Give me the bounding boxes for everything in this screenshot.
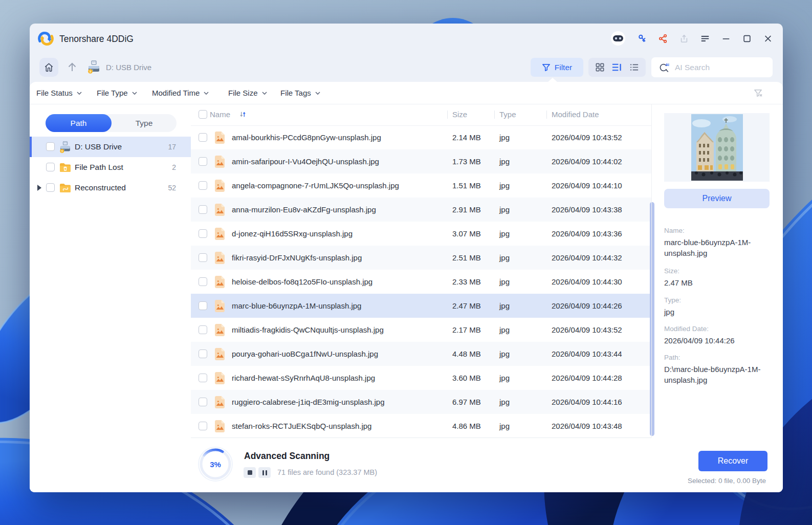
maximize-icon[interactable] [742, 34, 752, 43]
row-checkbox[interactable] [199, 157, 207, 166]
filter-label: File Type [97, 89, 128, 97]
row-checkbox[interactable] [199, 253, 207, 262]
tab-type[interactable]: Type [112, 114, 177, 132]
image-file-icon [213, 179, 226, 192]
svg-text:?: ? [61, 150, 63, 153]
files-found-text: 71 files are found (323.37 MB) [277, 468, 377, 476]
stop-scan-button[interactable] [244, 467, 256, 478]
list-detail-view-icon[interactable] [611, 62, 622, 72]
folder-reconstructed-icon [59, 182, 72, 194]
file-row[interactable]: d-jonez-qiH16d5SRxg-unsplash.jpg3.07 MBj… [191, 222, 651, 246]
tab-path[interactable]: Path [46, 114, 112, 132]
file-row[interactable]: stefan-roks-RCTJuEKSqbQ-unsplash.jpg4.86… [191, 414, 651, 438]
file-type: jpg [499, 149, 510, 173]
thumbnail-image [691, 114, 743, 181]
up-arrow-icon[interactable] [67, 61, 78, 73]
row-checkbox[interactable] [199, 422, 207, 430]
filter-file-status[interactable]: File Status [36, 82, 82, 104]
row-checkbox[interactable] [199, 301, 207, 310]
detail-value: 2.47 MB [664, 277, 766, 288]
row-checkbox[interactable] [199, 349, 207, 358]
file-type: jpg [499, 366, 510, 390]
file-row[interactable]: heloise-delbos-fo8q12o5FIo-unsplash.jpg2… [191, 270, 651, 294]
file-row[interactable]: amal-bourkhis-PCcdG8pnGyw-unsplash.jpg2.… [191, 125, 651, 149]
file-row[interactable]: miltiadis-fragkidis-QwCNquultjs-unsplash… [191, 318, 651, 342]
file-date: 2026/04/09 10:43:52 [552, 125, 622, 149]
minimize-icon[interactable] [721, 34, 731, 43]
select-all-checkbox[interactable] [199, 110, 207, 119]
file-row[interactable]: ruggiero-calabrese-j1iq-dE3mig-unsplash.… [191, 390, 651, 414]
file-row[interactable]: anna-murzilon-Eu8v-aKZdFg-unsplash.jpg2.… [191, 198, 651, 222]
image-file-icon [213, 323, 226, 337]
preview-button[interactable]: Preview [664, 189, 770, 208]
image-file-icon [213, 420, 226, 433]
sort-icon[interactable] [239, 111, 246, 118]
ai-search-input[interactable]: AI AI Search [651, 57, 773, 77]
file-row[interactable]: richard-hewat-sSyRnrhAqU8-unsplash.jpg3.… [191, 366, 651, 390]
row-checkbox[interactable] [199, 398, 207, 406]
column-size[interactable]: Size [452, 104, 467, 125]
tree-item-checkbox[interactable] [46, 142, 55, 151]
filter-button[interactable]: Filter [531, 58, 583, 77]
bot-toggle-icon[interactable] [610, 31, 626, 46]
file-name: fikri-rasyid-DrFJxNUgKfs-unsplash.jpg [232, 246, 362, 270]
file-name: marc-blue-b6uynzpA-1M-unsplash.jpg [232, 294, 361, 318]
row-checkbox[interactable] [199, 181, 207, 190]
file-row[interactable]: pourya-gohari-uoBCga1fNwU-unsplash.jpg4.… [191, 342, 651, 366]
tree-item-checkbox[interactable] [46, 183, 55, 192]
file-row[interactable]: amin-safaripour-I-Vu4OejhQU-unsplash.jpg… [191, 149, 651, 173]
tree-item-d-usb-drive[interactable]: ?D: USB Drive17 [30, 137, 191, 157]
filter-label: File Tags [280, 89, 311, 97]
detail-label: Path: [664, 354, 766, 361]
share-icon[interactable] [659, 34, 668, 43]
row-checkbox[interactable] [199, 229, 207, 238]
column-modified-date[interactable]: Modified Date [552, 104, 599, 125]
filter-file-tags[interactable]: File Tags [280, 82, 320, 104]
tree-item-file-path-lost[interactable]: File Path Lost2 [30, 157, 191, 178]
close-icon[interactable] [763, 34, 773, 43]
column-type[interactable]: Type [499, 104, 516, 125]
file-row[interactable]: fikri-rasyid-DrFJxNUgKfs-unsplash.jpg2.5… [191, 246, 651, 270]
file-date: 2026/04/09 10:43:44 [552, 342, 622, 366]
file-name: anna-murzilon-Eu8v-aKZdFg-unsplash.jpg [232, 198, 376, 222]
column-name[interactable]: Name [210, 104, 230, 125]
tree-item-reconstructed[interactable]: Reconstructed52 [30, 178, 191, 198]
filter-modified-time[interactable]: Modified Time [152, 82, 209, 104]
file-size: 1.73 MB [452, 149, 481, 173]
detail-field-path: Path:D:\marc-blue-b6uynzpA-1M-unsplash.j… [664, 354, 766, 385]
file-name: ruggiero-calabrese-j1iq-dE3mig-unsplash.… [232, 390, 385, 414]
key-icon[interactable] [638, 34, 647, 43]
file-row[interactable]: marc-blue-b6uynzpA-1M-unsplash.jpg2.47 M… [191, 294, 651, 318]
file-row[interactable]: angela-compagnone-7-rUmLJK5Qo-unsplash.j… [191, 173, 651, 198]
row-checkbox[interactable] [199, 205, 207, 214]
file-type: jpg [499, 270, 510, 294]
row-checkbox[interactable] [199, 277, 207, 286]
expand-arrow-icon[interactable] [37, 185, 41, 191]
file-name: richard-hewat-sSyRnrhAqU8-unsplash.jpg [232, 366, 375, 390]
filter-file-type[interactable]: File Type [97, 82, 137, 104]
titlebar: Tenorshare 4DDiG [30, 24, 783, 53]
file-type: jpg [499, 173, 510, 198]
row-checkbox[interactable] [199, 325, 207, 334]
scan-progress-ring: 3% [198, 447, 233, 482]
filter-file-size[interactable]: File Size [228, 82, 267, 104]
row-checkbox[interactable] [199, 133, 207, 142]
home-button[interactable] [39, 58, 58, 77]
menu-icon[interactable] [700, 34, 710, 43]
selected-summary: Selected: 0 file, 0.00 Byte [688, 477, 766, 485]
recover-button[interactable]: Recover [698, 451, 767, 471]
tree-item-selected-bar [30, 137, 32, 157]
row-checkbox[interactable] [199, 374, 207, 382]
export-icon[interactable] [679, 34, 689, 43]
file-name: heloise-delbos-fo8q12o5FIo-unsplash.jpg [232, 270, 372, 294]
filter-button-label: Filter [555, 63, 572, 72]
filter-reset-icon[interactable] [754, 89, 762, 97]
grid-view-icon[interactable] [595, 62, 605, 72]
list-view-icon[interactable] [629, 62, 639, 72]
detail-field-type: Type:jpg [664, 296, 766, 317]
image-file-icon [213, 347, 226, 361]
file-type: jpg [499, 414, 510, 438]
file-size: 1.51 MB [452, 173, 481, 198]
tree-item-checkbox[interactable] [46, 163, 55, 171]
pause-scan-button[interactable] [258, 467, 271, 478]
